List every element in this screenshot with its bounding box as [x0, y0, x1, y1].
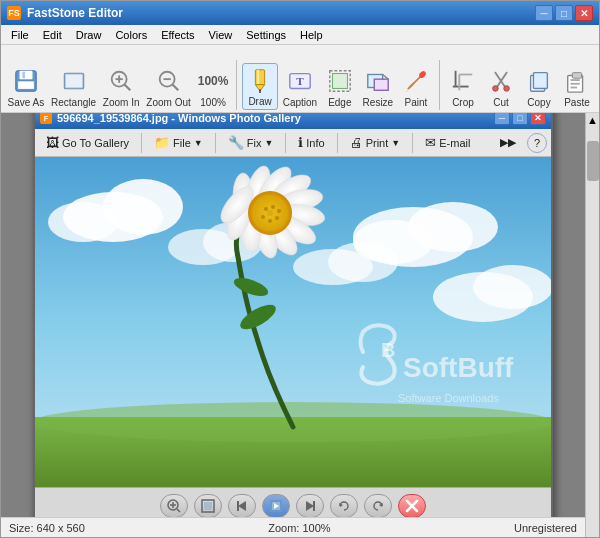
fit-nav-button[interactable]: [194, 494, 222, 518]
menu-file[interactable]: File: [5, 27, 35, 43]
paste-button[interactable]: Paste: [559, 65, 595, 110]
zoom-out-button[interactable]: Zoom Out: [144, 65, 193, 110]
title-bar-left: FS FastStone Editor: [7, 6, 123, 20]
paint-label: Paint: [405, 97, 428, 108]
svg-rect-14: [257, 70, 259, 85]
photo-title-left: F 596694_19539864.jpg - Windows Photo Ga…: [40, 113, 301, 124]
scrollbar[interactable]: ▲: [585, 113, 599, 537]
menu-view[interactable]: View: [203, 27, 239, 43]
more-button[interactable]: ▶▶: [493, 133, 523, 152]
file-dropdown-icon: ▼: [194, 138, 203, 148]
play-nav-button[interactable]: [262, 494, 290, 518]
info-icon: ℹ: [298, 135, 303, 150]
fix-icon: 🔧: [228, 135, 244, 150]
fix-dropdown-icon: ▼: [264, 138, 273, 148]
svg-marker-85: [238, 501, 246, 511]
fix-label: Fix: [247, 137, 262, 149]
rectangle-button[interactable]: Rectangle: [49, 65, 98, 110]
file-button[interactable]: 📁 File ▼: [147, 132, 210, 153]
svg-point-30: [504, 86, 510, 92]
email-button[interactable]: ✉ E-mail: [418, 132, 477, 153]
svg-rect-1: [19, 71, 32, 79]
scrollbar-thumb[interactable]: [587, 141, 599, 181]
close-button[interactable]: ✕: [575, 5, 593, 21]
go-to-gallery-button[interactable]: 🖼 Go To Gallery: [39, 132, 136, 153]
image-area: SoftBuff Software Downloads B: [35, 157, 551, 487]
app-icon: FS: [7, 6, 21, 20]
paste-label: Paste: [564, 97, 590, 108]
crop-icon: [449, 67, 477, 95]
copy-button[interactable]: Copy: [521, 65, 557, 110]
resize-icon: [364, 67, 392, 95]
paint-button[interactable]: Paint: [398, 65, 434, 110]
next-nav-button[interactable]: [296, 494, 324, 518]
crop-label: Crop: [452, 97, 474, 108]
zoom-100-button[interactable]: 100% 100%: [195, 65, 231, 110]
print-button[interactable]: 🖨 Print ▼: [343, 132, 408, 153]
rotate-ccw-button[interactable]: [330, 494, 358, 518]
rectangle-icon: [60, 67, 88, 95]
photo-maximize-button[interactable]: □: [512, 113, 528, 125]
draw-button[interactable]: Draw: [242, 63, 278, 110]
menu-draw[interactable]: Draw: [70, 27, 108, 43]
email-label: E-mail: [439, 137, 470, 149]
zoom-nav-button[interactable]: [160, 494, 188, 518]
menu-effects[interactable]: Effects: [155, 27, 200, 43]
svg-rect-37: [570, 87, 577, 89]
file-label: File: [173, 137, 191, 149]
cut-button[interactable]: Cut: [483, 65, 519, 110]
edge-label: Edge: [328, 97, 351, 108]
delete-nav-button[interactable]: [398, 494, 426, 518]
caption-button[interactable]: T Caption: [280, 65, 320, 110]
menu-colors[interactable]: Colors: [109, 27, 153, 43]
photo-close-button[interactable]: ✕: [530, 113, 546, 125]
svg-rect-5: [64, 74, 83, 89]
photo-app-icon: F: [40, 113, 52, 124]
menu-help[interactable]: Help: [294, 27, 329, 43]
svg-rect-3: [18, 81, 35, 89]
toolbar: Save As Rectangle Zoom In: [1, 45, 599, 113]
fix-button[interactable]: 🔧 Fix ▼: [221, 132, 281, 153]
svg-rect-20: [332, 74, 347, 89]
status-bar: Size: 640 x 560 Zoom: 100% Unregistered: [1, 517, 585, 537]
paint-icon: [402, 67, 430, 95]
app-title: FastStone Editor: [27, 6, 123, 20]
photo-minimize-button[interactable]: ─: [494, 113, 510, 125]
size-status: Size: 640 x 560: [9, 522, 85, 534]
draw-icon: [246, 66, 274, 94]
title-controls: ─ □ ✕: [535, 5, 593, 21]
minimize-button[interactable]: ─: [535, 5, 553, 21]
caption-icon: T: [286, 67, 314, 95]
copy-label: Copy: [527, 97, 550, 108]
zoom-out-label: Zoom Out: [146, 97, 190, 108]
svg-point-69: [264, 207, 268, 211]
edge-button[interactable]: Edge: [322, 65, 358, 110]
menu-edit[interactable]: Edit: [37, 27, 68, 43]
zoom-out-icon: [155, 67, 183, 95]
svg-point-29: [493, 86, 499, 92]
crop-button[interactable]: Crop: [445, 65, 481, 110]
save-as-button[interactable]: Save As: [5, 65, 47, 110]
maximize-button[interactable]: □: [555, 5, 573, 21]
rotate-cw-button[interactable]: [364, 494, 392, 518]
svg-line-12: [172, 85, 178, 91]
paste-icon: [563, 67, 591, 95]
menu-settings[interactable]: Settings: [240, 27, 292, 43]
photo-tb-sep-2: [215, 133, 216, 153]
info-button[interactable]: ℹ Info: [291, 132, 331, 153]
svg-rect-36: [570, 83, 579, 85]
help-button[interactable]: ?: [527, 133, 547, 153]
scrollbar-up-button[interactable]: ▲: [586, 113, 600, 127]
print-dropdown-icon: ▼: [391, 138, 400, 148]
zoom-in-button[interactable]: Zoom In: [100, 65, 142, 110]
svg-line-9: [125, 85, 131, 91]
zoom-status: Zoom: 100%: [268, 522, 330, 534]
resize-button[interactable]: Resize: [360, 65, 396, 110]
svg-point-48: [473, 265, 551, 309]
prev-nav-button[interactable]: [228, 494, 256, 518]
main-content: F 596694_19539864.jpg - Windows Photo Ga…: [1, 113, 585, 537]
toolbar-sep-1: [236, 60, 237, 110]
svg-point-74: [261, 215, 265, 219]
gallery-icon: 🖼: [46, 135, 59, 150]
photo-toolbar: 🖼 Go To Gallery 📁 File ▼ 🔧 Fix: [35, 129, 551, 157]
